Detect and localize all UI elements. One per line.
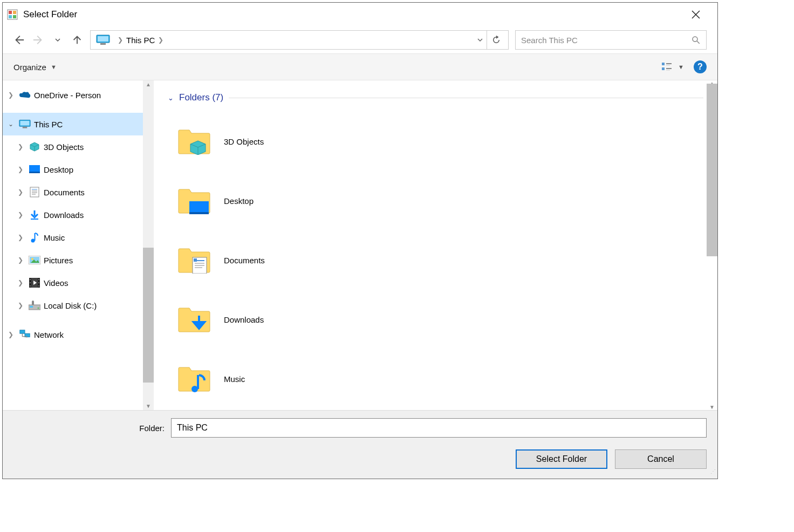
resize-grip[interactable]: ⋰ — [709, 470, 716, 477]
caret-down-icon: ▼ — [51, 64, 57, 70]
svg-point-10 — [693, 37, 697, 42]
svg-point-35 — [31, 258, 33, 260]
chevron-right-icon: ❯ — [18, 256, 25, 264]
tree-downloads[interactable]: ❯ Downloads — [3, 203, 154, 226]
folder-desktop[interactable]: Desktop — [175, 171, 696, 230]
folder-label: Downloads — [224, 315, 264, 324]
select-folder-button[interactable]: Select Folder — [516, 449, 607, 469]
tree-this-pc[interactable]: ⌄ This PC — [3, 113, 154, 135]
tree-network[interactable]: ❯ Network — [3, 323, 154, 346]
svg-rect-1 — [9, 11, 12, 14]
footer: Folder: Select Folder Cancel — [3, 410, 717, 479]
chevron-down-icon: ⌄ — [168, 94, 174, 102]
svg-point-44 — [38, 282, 39, 283]
folder-music[interactable]: Music — [175, 349, 696, 408]
svg-rect-9 — [100, 43, 106, 45]
svg-point-45 — [38, 285, 39, 287]
chevron-right-icon: ❯ — [18, 188, 25, 196]
tree-local-disk[interactable]: ❯ Local Disk (C:) — [3, 294, 154, 317]
svg-point-31 — [31, 239, 35, 243]
tree-3d-objects[interactable]: ❯ 3D Objects — [3, 135, 154, 158]
svg-point-41 — [30, 282, 31, 283]
search-input[interactable]: Search This PC — [515, 30, 707, 50]
chevron-right-icon: ❯ — [118, 36, 123, 44]
svg-line-11 — [697, 41, 700, 44]
chevron-right-icon: ❯ — [18, 166, 25, 173]
svg-rect-19 — [20, 121, 30, 125]
tree-desktop[interactable]: ❯ Desktop — [3, 158, 154, 181]
tree-label: Network — [34, 330, 64, 339]
organize-menu[interactable]: Organize ▼ — [13, 63, 57, 72]
toolbar: Organize ▼ ▼ ? — [3, 53, 717, 80]
refresh-button[interactable] — [487, 31, 505, 49]
nav-tree: ❯ OneDrive - Person ⌄ This PC ❯ 3D Objec… — [3, 80, 154, 410]
downloads-icon — [29, 209, 40, 220]
tree-label: Pictures — [44, 256, 73, 265]
scroll-down-icon: ▼ — [146, 403, 151, 409]
up-button[interactable] — [71, 33, 84, 46]
scrollbar-thumb[interactable] — [707, 84, 717, 256]
tree-label: This PC — [34, 120, 63, 129]
chevron-right-icon: ❯ — [18, 279, 25, 287]
tree-music[interactable]: ❯ Music — [3, 226, 154, 249]
tree-onedrive[interactable]: ❯ OneDrive - Person — [3, 84, 154, 106]
pictures-icon — [29, 256, 40, 264]
content-scrollbar[interactable]: ▲ ▼ — [707, 80, 717, 410]
chevron-right-icon: ❯ — [8, 331, 16, 338]
scroll-up-icon: ▲ — [146, 81, 151, 87]
folder-icon — [175, 125, 213, 158]
folder-input[interactable] — [171, 418, 707, 438]
scroll-down-icon: ▼ — [709, 404, 715, 410]
close-button[interactable] — [692, 10, 713, 19]
tree-documents[interactable]: ❯ Documents — [3, 181, 154, 203]
chevron-right-icon: ❯ — [158, 36, 163, 44]
tree-label: Videos — [44, 278, 69, 288]
folder-label: Folder: — [13, 424, 165, 433]
recent-dropdown[interactable] — [51, 33, 64, 46]
svg-rect-51 — [20, 330, 25, 333]
folder-3d-objects[interactable]: 3D Objects — [175, 112, 696, 171]
svg-rect-12 — [662, 63, 665, 65]
tree-scrollbar[interactable]: ▲ ▼ — [143, 80, 154, 410]
folder-documents[interactable]: Documents — [175, 230, 696, 290]
tree-label: Desktop — [44, 165, 73, 174]
scrollbar-thumb[interactable] — [143, 248, 154, 383]
svg-rect-2 — [13, 11, 16, 14]
tree-label: OneDrive - Person — [34, 91, 101, 100]
section-header[interactable]: ⌄ Folders (7) — [168, 92, 703, 103]
address-bar[interactable]: ❯ This PC ❯ — [90, 30, 509, 50]
chevron-right-icon: ❯ — [8, 91, 16, 99]
folder-downloads[interactable]: Downloads — [175, 290, 696, 349]
svg-rect-13 — [662, 67, 665, 70]
chevron-right-icon: ❯ — [18, 143, 25, 151]
section-title: Folders (7) — [179, 92, 223, 103]
folder-grid: 3D Objects Desktop Documents — [154, 106, 717, 410]
forward-button[interactable] — [32, 33, 45, 46]
tree-videos[interactable]: ❯ Videos — [3, 271, 154, 294]
folder-label: Music — [224, 374, 245, 384]
caret-down-icon: ▼ — [678, 64, 684, 70]
tree-label: Local Disk (C:) — [44, 301, 97, 310]
onedrive-icon — [19, 91, 31, 99]
drive-icon — [29, 301, 40, 310]
desktop-icon — [29, 165, 40, 174]
cancel-button[interactable]: Cancel — [615, 449, 707, 469]
divider — [229, 98, 703, 98]
folder-icon — [175, 362, 213, 395]
svg-rect-20 — [23, 127, 27, 128]
view-options-button[interactable]: ▼ — [662, 62, 684, 72]
back-button[interactable] — [12, 33, 25, 46]
tree-label: 3D Objects — [44, 142, 84, 152]
folder-label: Documents — [224, 256, 265, 265]
window-title: Select Folder — [23, 9, 692, 20]
chevron-right-icon: ❯ — [18, 211, 25, 219]
nav-row: ❯ This PC ❯ Search This PC — [3, 26, 717, 53]
button-row: Select Folder Cancel — [13, 449, 707, 469]
tree-pictures[interactable]: ❯ Pictures — [3, 249, 154, 271]
address-dropdown[interactable] — [477, 37, 483, 43]
svg-rect-48 — [30, 306, 33, 308]
help-button[interactable]: ? — [694, 60, 707, 73]
folder-icon — [175, 184, 213, 217]
breadcrumb-this-pc[interactable]: This PC — [126, 36, 155, 45]
videos-icon — [29, 278, 40, 288]
